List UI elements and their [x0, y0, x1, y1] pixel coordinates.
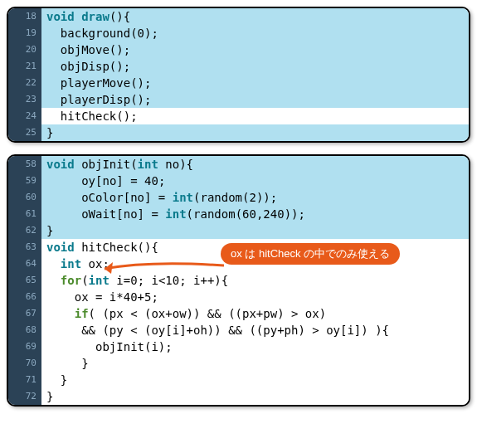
line-number: 61	[8, 206, 41, 222]
code-content: hitCheck();	[41, 108, 469, 124]
line-number: 71	[8, 372, 41, 388]
code-content: oy[no] = 40;	[41, 173, 469, 189]
code-line: 65 for(int i=0; i<10; i++){	[8, 272, 469, 289]
code-content: void objInit(int no){	[41, 156, 469, 173]
code-line: 19 background(0);	[8, 25, 469, 41]
code-line: 69 objInit(i);	[8, 338, 469, 355]
code-content: }	[41, 372, 469, 388]
code-content: background(0);	[41, 25, 469, 41]
code-content: objMove();	[41, 41, 469, 58]
line-number: 22	[8, 75, 41, 91]
code-content: playerDisp();	[41, 91, 469, 108]
line-number: 20	[8, 41, 41, 58]
line-number: 69	[8, 338, 41, 355]
code-content: objInit(i);	[41, 338, 469, 355]
code-line: 62}	[8, 222, 469, 239]
code-line: 72}	[8, 388, 469, 405]
code-content: oColor[no] = int(random(2));	[41, 189, 469, 206]
code-content: for(int i=0; i<10; i++){	[41, 272, 469, 289]
line-number: 21	[8, 58, 41, 75]
code-content: ox = i*40+5;	[41, 289, 469, 305]
code-line: 23 playerDisp();	[8, 91, 469, 108]
line-number: 58	[8, 156, 41, 173]
code-line: 59 oy[no] = 40;	[8, 173, 469, 189]
code-content: playerMove();	[41, 75, 469, 91]
code-block-1: 18void draw(){19 background(0);20 objMov…	[7, 7, 470, 143]
line-number: 60	[8, 189, 41, 206]
code-line: 68 && (py < (oy[i]+oh)) && ((py+ph) > oy…	[8, 322, 469, 338]
code-line: 25}	[8, 124, 469, 141]
code-content: objDisp();	[41, 58, 469, 75]
line-number: 63	[8, 239, 41, 256]
code-line: 61 oWait[no] = int(random(60,240));	[8, 206, 469, 222]
line-number: 19	[8, 25, 41, 41]
line-number: 66	[8, 289, 41, 305]
code-line: 20 objMove();	[8, 41, 469, 58]
callout-bubble: ox は hitCheck の中でのみ使える	[221, 243, 400, 265]
line-number: 25	[8, 124, 41, 141]
code-line: 24 hitCheck();	[8, 108, 469, 124]
code-line: 71 }	[8, 372, 469, 388]
code-content: }	[41, 222, 469, 239]
code-content: void draw(){	[41, 8, 469, 25]
code-content: oWait[no] = int(random(60,240));	[41, 206, 469, 222]
line-number: 67	[8, 305, 41, 322]
code-line: 60 oColor[no] = int(random(2));	[8, 189, 469, 206]
code-line: 58void objInit(int no){	[8, 156, 469, 173]
code-content: }	[41, 355, 469, 372]
code-line: 70 }	[8, 355, 469, 372]
line-number: 70	[8, 355, 41, 372]
callout-wrapper: 58void objInit(int no){59 oy[no] = 40;60…	[7, 154, 470, 407]
code-line: 18void draw(){	[8, 8, 469, 25]
line-number: 68	[8, 322, 41, 338]
line-number: 24	[8, 108, 41, 124]
line-number: 72	[8, 388, 41, 405]
code-line: 66 ox = i*40+5;	[8, 289, 469, 305]
line-number: 23	[8, 91, 41, 108]
line-number: 59	[8, 173, 41, 189]
line-number: 65	[8, 272, 41, 289]
code-block-2: 58void objInit(int no){59 oy[no] = 40;60…	[7, 154, 470, 407]
line-number: 18	[8, 8, 41, 25]
code-line: 22 playerMove();	[8, 75, 469, 91]
callout-text: ox は hitCheck の中でのみ使える	[231, 247, 390, 260]
code-line: 21 objDisp();	[8, 58, 469, 75]
line-number: 62	[8, 222, 41, 239]
code-content: && (py < (oy[i]+oh)) && ((py+ph) > oy[i]…	[41, 322, 469, 338]
code-content: }	[41, 388, 469, 405]
code-line: 67 if( (px < (ox+ow)) && ((px+pw) > ox)	[8, 305, 469, 322]
line-number: 64	[8, 256, 41, 272]
code-content: }	[41, 124, 469, 141]
code-content: if( (px < (ox+ow)) && ((px+pw) > ox)	[41, 305, 469, 322]
